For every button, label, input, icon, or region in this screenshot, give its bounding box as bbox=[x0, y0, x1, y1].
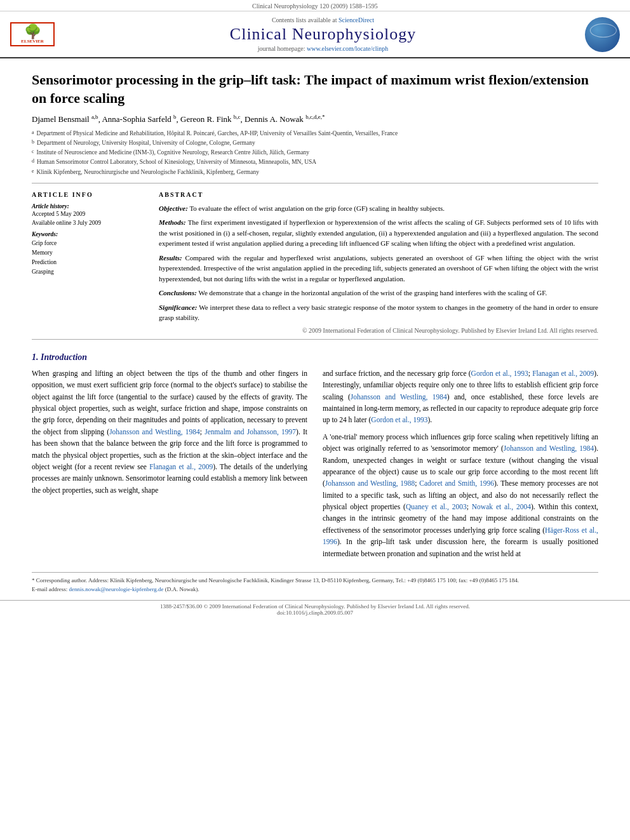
ref-gordon1993b[interactable]: Gordon et al., 1993 bbox=[371, 416, 427, 423]
authors-line: Djamel Bensmail a,b, Anna-Sophia Sarfeld… bbox=[32, 114, 598, 124]
ref-jenmalm1997[interactable]: Jenmalm and Johansson, 1997 bbox=[204, 428, 296, 436]
ref-hager1996[interactable]: Häger-Ross et al., 1996 bbox=[323, 526, 598, 545]
abstract-copyright: © 2009 International Federation of Clini… bbox=[159, 327, 598, 334]
abstract-heading: ABSTRACT bbox=[159, 191, 598, 198]
ref-gordon1993[interactable]: Gordon et al., 1993 bbox=[471, 370, 528, 377]
article-info-section: ARTICLE INFO Article history: Accepted 5… bbox=[32, 191, 146, 334]
citation-text: Clinical Neurophysiology 120 (2009) 1588… bbox=[252, 3, 378, 10]
email-line: E-mail address: dennis.nowak@neurologie-… bbox=[32, 585, 598, 594]
sciencedirect-anchor[interactable]: ScienceDirect bbox=[338, 17, 374, 23]
journal-header: 🌳 ELSEVIER Contents lists available at S… bbox=[0, 11, 630, 58]
keyword-1: Grip force bbox=[32, 239, 146, 248]
sciencedirect-link: Contents lists available at ScienceDirec… bbox=[61, 17, 585, 23]
ref-johansson1984[interactable]: Johansson and Westling, 1984 bbox=[109, 428, 200, 436]
body-two-col: When grasping and lifting an object betw… bbox=[32, 368, 598, 564]
affil-c: c Institute of Neuroscience and Medicine… bbox=[32, 148, 598, 157]
elsevier-logo: 🌳 ELSEVIER bbox=[10, 22, 61, 46]
ref-quaney2003[interactable]: Quaney et al., 2003 bbox=[406, 503, 467, 510]
affil-a: a Department of Physical Medicine and Re… bbox=[32, 129, 598, 138]
globe-icon bbox=[585, 17, 620, 52]
journal-title-block: Contents lists available at ScienceDirec… bbox=[61, 17, 585, 52]
body-col-right: and surface friction, and the necessary … bbox=[323, 368, 598, 564]
journal-name: Clinical Neurophysiology bbox=[61, 25, 585, 44]
keywords-label: Keywords: bbox=[32, 231, 146, 237]
abstract-methods: Methods: The first experiment investigat… bbox=[159, 217, 598, 249]
journal-homepage-link[interactable]: www.elsevier.com/locate/clinph bbox=[307, 45, 388, 52]
ref-flanagan2009[interactable]: Flanagan et al., 2009 bbox=[149, 463, 213, 470]
ref-flanagan2009b[interactable]: Flanagan et al., 2009 bbox=[532, 370, 594, 377]
article-info-abstract: ARTICLE INFO Article history: Accepted 5… bbox=[32, 191, 598, 334]
footnote-section: * Corresponding author. Address: Klinik … bbox=[32, 572, 598, 594]
keyword-4: Grasping bbox=[32, 267, 146, 277]
ref-johansson1984b[interactable]: Johansson and Westling, 1984 bbox=[351, 393, 447, 401]
affil-d: d Human Sensorimotor Control Laboratory,… bbox=[32, 157, 598, 166]
abstract-conclusions: Conclusions: We demonstrate that a chang… bbox=[159, 288, 598, 298]
article-info-heading: ARTICLE INFO bbox=[32, 191, 146, 198]
abstract-section: ABSTRACT Objective: To evaluate the effe… bbox=[159, 191, 598, 334]
tree-icon: 🌳 bbox=[13, 25, 52, 39]
keyword-2: Memory bbox=[32, 248, 146, 258]
email-link[interactable]: dennis.nowak@neurologie-kipfenberg.de bbox=[69, 586, 163, 592]
journal-homepage: journal homepage: www.elsevier.com/locat… bbox=[61, 45, 585, 52]
abstract-significance: Significance: We interpret these data to… bbox=[159, 302, 598, 323]
main-content: Sensorimotor processing in the grip–lift… bbox=[0, 71, 630, 594]
ref-nowak2004[interactable]: Nowak et al., 2004 bbox=[472, 503, 531, 510]
bottom-bar: 1388-2457/$36.00 © 2009 International Fe… bbox=[0, 600, 630, 618]
divider-2 bbox=[32, 339, 598, 340]
affil-e: e Klinik Kipfenberg, Neurochirurgische u… bbox=[32, 168, 598, 177]
history-label: Article history: bbox=[32, 203, 146, 210]
divider-1 bbox=[32, 183, 598, 183]
journal-citation: Clinical Neurophysiology 120 (2009) 1588… bbox=[0, 0, 630, 11]
ref-johansson1984c[interactable]: Johansson and Westling, 1984 bbox=[504, 444, 594, 452]
abstract-results: Results: Compared with the regular and h… bbox=[159, 253, 598, 284]
elsevier-label: ELSEVIER bbox=[21, 39, 43, 44]
abstract-objective: Objective: To evaluate the effect of wri… bbox=[159, 203, 598, 214]
keywords-section: Keywords: Grip force Memory Prediction G… bbox=[32, 231, 146, 277]
body-col-left: When grasping and lifting an object betw… bbox=[32, 368, 307, 564]
ref-cadoret1996[interactable]: Cadoret and Smith, 1996 bbox=[419, 479, 494, 487]
doi-line: doi:10.1016/j.clinph.2009.05.007 bbox=[0, 610, 630, 616]
accepted-date: Accepted 5 May 2009 bbox=[32, 211, 146, 217]
section-1-title: 1. Introduction bbox=[32, 352, 598, 363]
paper-title: Sensorimotor processing in the grip–lift… bbox=[32, 71, 598, 107]
keyword-3: Prediction bbox=[32, 258, 146, 267]
affil-b: b Department of Neurology, University Ho… bbox=[32, 138, 598, 147]
elsevier-logo-box: 🌳 ELSEVIER bbox=[10, 22, 55, 46]
corresponding-address: * Corresponding author. Address: Klinik … bbox=[32, 577, 598, 585]
affiliations: a Department of Physical Medicine and Re… bbox=[32, 129, 598, 177]
ref-johansson1988[interactable]: Johansson and Westling, 1988 bbox=[325, 479, 415, 487]
available-date: Available online 3 July 2009 bbox=[32, 220, 146, 226]
issn-line: 1388-2457/$36.00 © 2009 International Fe… bbox=[0, 603, 630, 610]
body-section: 1. Introduction When grasping and liftin… bbox=[32, 352, 598, 564]
